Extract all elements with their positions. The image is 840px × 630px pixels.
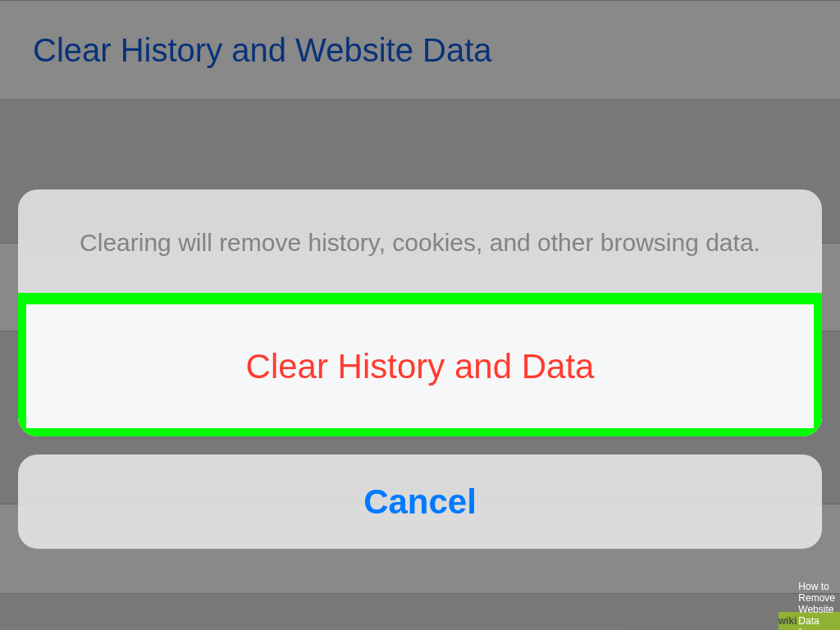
- watermark-bar: wiki How to Remove Website Data from Saf…: [778, 612, 840, 630]
- watermark-text: How to Remove Website Data from Safari i…: [798, 581, 835, 630]
- clear-history-and-data-button[interactable]: Clear History and Data: [18, 295, 822, 436]
- cancel-label: Cancel: [363, 482, 477, 522]
- action-sheet-message: Clearing will remove history, cookies, a…: [18, 189, 822, 295]
- watermark-prefix: wiki: [778, 615, 797, 627]
- action-sheet: Clearing will remove history, cookies, a…: [18, 189, 822, 549]
- action-sheet-panel: Clearing will remove history, cookies, a…: [18, 189, 822, 436]
- clear-action-label: Clear History and Data: [246, 347, 595, 386]
- cancel-button[interactable]: Cancel: [18, 454, 822, 549]
